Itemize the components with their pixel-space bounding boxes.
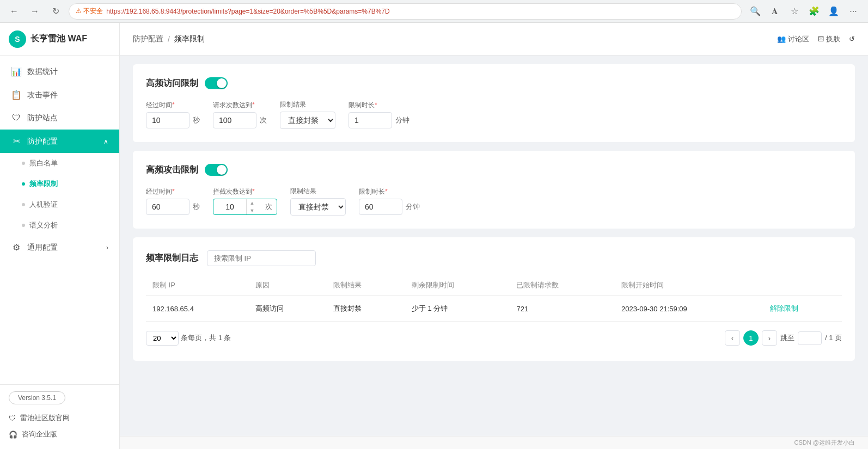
elapsed-label: 经过时间* [146,101,200,110]
attack-elapsed-group: 经过时间* 秒 [146,187,200,215]
logo-icon: S [9,30,26,48]
forward-button[interactable]: → [27,4,42,19]
table-row: 192.168.65.4 高频访问 直接封禁 少于 1 分钟 721 2023-… [146,296,842,322]
block-spinner-wrap: ▲ ▼ 次 [213,199,277,215]
log-section-card: 频率限制日志 限制 IP 原因 限制结果 剩余限制时间 已限制请求数 限 [133,237,855,361]
dot-icon-2 [22,203,25,206]
remove-limit-link[interactable]: 解除限制 [770,304,798,312]
dot-icon-3 [22,224,25,227]
page-size-select: 10 20 50 100 条每页，共 1 条 [146,331,231,346]
log-table: 限制 IP 原因 限制结果 剩余限制时间 已限制请求数 限制开始时间 [146,275,842,322]
theme-icon: ⚄ [818,35,824,43]
sidebar-item-semantic[interactable]: 语义分析 [0,215,119,236]
high-freq-attack-title: 高频攻击限制 [146,164,842,176]
spinner-buttons: ▲ ▼ [246,199,258,214]
cell-result: 直接封禁 [327,296,405,322]
app-container: S 长亨雷池 WAF 📊 数据统计 📋 攻击事件 🛡 防护站点 ✂ 防护配置 ∧ [0,23,868,449]
attack-duration-label: 限制时长* [359,187,420,196]
high-freq-attack-toggle[interactable] [205,164,228,176]
high-freq-access-card: 高频访问限制 经过时间* 秒 [133,64,855,142]
col-ip: 限制 IP [146,275,249,296]
cell-count: 721 [510,296,615,322]
star-icon[interactable]: ☆ [786,3,803,20]
spinner-down-button[interactable]: ▼ [247,207,258,214]
browser-toolbar: 🔍 𝐀 ☆ 🧩 👤 ··· [747,3,861,20]
discussion-label: 讨论区 [788,34,809,44]
attack-elapsed-input[interactable] [146,199,190,215]
topbar: 防护配置 / 频率限制 👥 讨论区 ⚄ 换肤 ↺ [120,23,868,56]
attack-duration-unit: 分钟 [406,202,420,212]
elapsed-time-group: 经过时间* 秒 [146,101,200,128]
block-count-input[interactable] [213,199,246,214]
high-freq-access-title: 高频访问限制 [146,77,842,89]
high-freq-access-toggle[interactable] [205,77,228,89]
sidebar-item-protection[interactable]: ✂ 防护配置 ∧ [0,130,119,153]
sidebar-item-general[interactable]: ⚙ 通用配置 › [0,236,119,259]
sidebar-item-ratelimit[interactable]: 频率限制 [0,174,119,194]
elapsed-input[interactable] [146,112,190,128]
enterprise-link[interactable]: 🎧 咨询企业版 [9,426,111,442]
cell-remaining: 少于 1 分钟 [405,296,510,322]
page-size-dropdown[interactable]: 10 20 50 100 [146,331,179,346]
search-browser-icon[interactable]: 🔍 [747,3,763,20]
reload-button[interactable]: ↻ [48,4,63,19]
sidebar-item-blacklist[interactable]: 黑白名单 [0,153,119,174]
prev-page-button[interactable]: ‹ [725,330,740,346]
request-input[interactable] [213,112,256,128]
page-1-button[interactable]: 1 [743,330,759,346]
font-icon[interactable]: 𝐀 [767,3,783,20]
url-text: https://192.168.65.8:9443/protection/lim… [106,8,389,15]
duration-input[interactable] [349,112,392,128]
sidebar-item-captcha[interactable]: 人机验证 [0,194,119,215]
sidebar-item-captcha-label: 人机验证 [29,200,58,210]
attack-elapsed-label: 经过时间* [146,187,200,196]
page-navigation: ‹ 1 › 跳至 / 1 页 [725,330,842,346]
goto-input[interactable] [798,331,822,345]
discussion-button[interactable]: 👥 讨论区 [777,34,809,44]
pagination-bar: 10 20 50 100 条每页，共 1 条 ‹ 1 › 跳至 [146,322,842,348]
col-result: 限制结果 [327,275,405,296]
block-label: 拦截次数达到* [213,187,277,196]
col-remaining: 剩余限制时间 [405,275,510,296]
duration-group: 限制时长* 分钟 [349,101,409,128]
table-body: 192.168.65.4 高频访问 直接封禁 少于 1 分钟 721 2023-… [146,296,842,322]
elapsed-unit: 秒 [193,115,200,125]
more-icon[interactable]: ··· [845,3,861,20]
community-link[interactable]: 🛡 雷池社区版官网 [9,410,111,426]
attack-result-select[interactable]: 直接封禁 人机验证 [291,199,345,215]
back-button[interactable]: ← [7,4,22,19]
stats-icon: 📊 [11,66,22,77]
result-select[interactable]: 直接封禁 人机验证 [280,112,335,128]
browser-chrome: ← → ↻ ⚠ 不安全 https://192.168.65.8:9443/pr… [0,0,868,23]
submenu: 黑白名单 频率限制 人机验证 语义分析 [0,153,119,236]
chevron-right-icon: › [106,244,108,251]
active-dot-icon [22,182,25,186]
attack-result-label: 限制结果 [290,187,346,196]
sidebar-item-ratelimit-label: 频率限制 [29,179,58,189]
attack-duration-input-wrap: 分钟 [359,199,420,215]
breadcrumb-parent[interactable]: 防护配置 [133,34,163,44]
refresh-button[interactable]: ↺ [849,35,855,43]
chevron-up-icon: ∧ [103,138,108,145]
request-count-group: 请求次数达到* 次 [213,101,267,128]
duration-label: 限制时长* [349,101,409,110]
breadcrumb-separator: / [168,35,170,44]
next-page-button[interactable]: › [762,330,777,346]
theme-button[interactable]: ⚄ 换肤 [818,34,840,44]
community-label: 雷池社区版官网 [20,413,70,423]
search-ip-input[interactable] [207,250,316,266]
sidebar-item-blacklist-label: 黑白名单 [29,158,58,168]
extension-icon[interactable]: 🧩 [806,3,822,20]
sidebar-item-sites[interactable]: 🛡 防护站点 [0,107,119,130]
sidebar-item-events[interactable]: 📋 攻击事件 [0,83,119,107]
table-header: 限制 IP 原因 限制结果 剩余限制时间 已限制请求数 限制开始时间 [146,275,842,296]
address-bar[interactable]: ⚠ 不安全 https://192.168.65.8:9443/protecti… [69,3,742,20]
sidebar-item-stats[interactable]: 📊 数据统计 [0,60,119,83]
profile-icon[interactable]: 👤 [826,3,842,20]
goto-label: 跳至 [780,333,794,343]
spinner-up-button[interactable]: ▲ [247,199,258,207]
duration-input-wrap: 分钟 [349,112,409,128]
result-label: 限制结果 [280,100,335,109]
attack-duration-input[interactable] [359,199,402,215]
breadcrumb: 防护配置 / 频率限制 [133,34,205,44]
